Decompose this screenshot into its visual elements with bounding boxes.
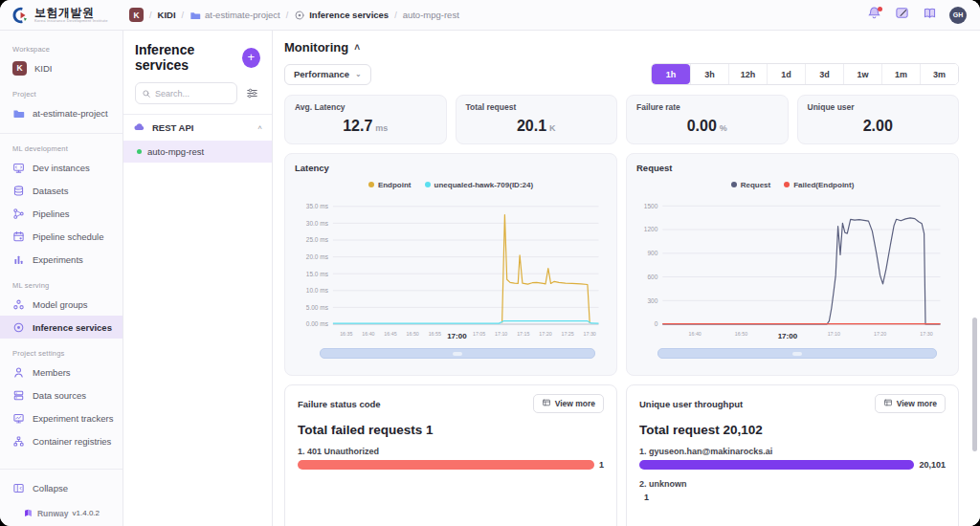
metric-card-avg-latency: Avg. Latency12.7ms [284, 95, 447, 144]
range-1d-button[interactable]: 1d [767, 64, 805, 84]
svg-text:20.0 ms: 20.0 ms [306, 253, 329, 260]
svg-text:17:10: 17:10 [495, 331, 507, 337]
legend-dot [731, 182, 737, 187]
chevron-down-icon: ⌄ [355, 70, 362, 78]
legend-item[interactable]: Request [731, 179, 771, 190]
sidebar-item-data-sources[interactable]: Data sources [0, 384, 122, 406]
brand-version: v1.4.0.2 [73, 509, 100, 517]
legend-dot [368, 182, 374, 187]
svg-text:17:20: 17:20 [539, 331, 551, 337]
collapse-button[interactable]: Collapse [0, 476, 122, 499]
sidebar-item-dev-instances[interactable]: Dev instances [0, 156, 122, 179]
notifications-bell-icon[interactable] [866, 8, 881, 23]
sidebar-item-datasets[interactable]: Datasets [0, 179, 122, 202]
status-dot [137, 149, 142, 154]
group-rest-api[interactable]: REST API ˄ [123, 115, 272, 141]
registry-icon [12, 435, 25, 448]
range-3d-button[interactable]: 3d [805, 64, 843, 84]
svg-text:600: 600 [647, 274, 657, 280]
user-avatar[interactable]: GH [949, 7, 967, 24]
performance-dropdown[interactable]: Performance ⌄ [284, 64, 371, 85]
experiments-icon [12, 253, 25, 266]
bar-item: 2. unknown1 [639, 479, 946, 502]
breadcrumb-item[interactable]: K [129, 8, 144, 22]
range-3h-button[interactable]: 3h [690, 64, 728, 84]
range-3m-button[interactable]: 3m [920, 64, 958, 84]
service-item-auto-mpg-rest[interactable]: auto-mpg-rest [123, 141, 272, 163]
workspace-avatar: K [12, 61, 27, 76]
unique-user-view-more-button[interactable]: View more [875, 394, 946, 413]
request-line-chart: 03006009001200150016:4016:5017:0017:1017… [636, 192, 948, 343]
divider [0, 133, 122, 134]
sidebar-item-experiment-trackers[interactable]: Experiment trackers [0, 406, 122, 429]
range-12h-button[interactable]: 12h [728, 64, 767, 84]
sidebar-item-experiments[interactable]: Experiments [0, 248, 122, 271]
svg-text:17:30: 17:30 [584, 331, 596, 337]
sidebar-item-members[interactable]: Members [0, 361, 122, 384]
breadcrumb: K/KIDI/at-estimate-project/Inference ser… [123, 8, 866, 22]
svg-text:10.0 ms: 10.0 ms [306, 287, 329, 294]
main-scrollbar[interactable] [972, 31, 977, 526]
sidebar-section-label: ML serving [12, 281, 122, 290]
monitoring-collapse-chevron-icon[interactable]: ˄ [354, 42, 360, 53]
sidebar-item-container-registries[interactable]: Container registries [0, 429, 122, 452]
monitoring-title: Monitoring [284, 40, 348, 55]
svg-text:300: 300 [647, 297, 657, 304]
search-input[interactable] [155, 89, 231, 99]
failure-total: Total failed requests 1 [298, 423, 604, 437]
sidebar-item-kidi[interactable]: KKIDI [0, 56, 122, 79]
tracker-icon [12, 412, 25, 425]
breadcrumb-avatar: K [129, 8, 144, 22]
legend-item[interactable]: Failed(Endpoint) [784, 179, 854, 190]
svg-text:17:20: 17:20 [874, 331, 886, 337]
search-icon [142, 85, 151, 102]
bar-value: 20,101 [919, 460, 946, 470]
bar-fill [639, 460, 914, 470]
logo-mark-icon [12, 7, 30, 24]
svg-text:0: 0 [655, 320, 658, 327]
svg-text:17:25: 17:25 [561, 331, 573, 337]
legend-item[interactable]: unequaled-hawk-709(ID:24) [425, 179, 534, 190]
metric-card-failure-rate: Failure rate0.00% [626, 95, 789, 144]
range-1w-button[interactable]: 1w [843, 64, 881, 84]
sidebar-item-model-groups[interactable]: Model groups [0, 293, 122, 316]
metric-unit: ms [375, 123, 388, 133]
legend-item[interactable]: Endpoint [368, 179, 412, 190]
legend-dot [784, 182, 790, 187]
monitor-icon [12, 162, 25, 174]
folder-icon [12, 107, 25, 120]
latency-chart-title: Latency [295, 163, 607, 173]
unique-user-card: Unique user throughput View more Total r… [626, 384, 959, 526]
latency-range-scrollbar[interactable] [320, 348, 595, 359]
request-legend: RequestFailed(Endpoint) [636, 179, 948, 190]
sidebar-item-pipeline-schedule[interactable]: Pipeline schedule [0, 225, 122, 248]
breadcrumb-item[interactable]: at-estimate-project [189, 10, 280, 21]
sidebar-item-at-estimate-project[interactable]: at-estimate-project [0, 101, 122, 124]
runway-logo-icon [23, 508, 33, 518]
scrollbar-thumb[interactable] [972, 318, 977, 451]
request-chart-title: Request [636, 163, 948, 173]
add-inference-service-button[interactable]: + [242, 48, 260, 68]
filter-button[interactable] [245, 86, 260, 101]
feedback-compose-icon[interactable] [894, 8, 909, 23]
breadcrumb-item[interactable]: Inference services [294, 10, 389, 21]
svg-text:5.00 ms: 5.00 ms [306, 304, 329, 311]
svg-text:16:40: 16:40 [689, 331, 702, 337]
sidebar-item-inference-services[interactable]: Inference services [0, 316, 122, 339]
request-range-scrollbar[interactable] [657, 348, 937, 359]
breadcrumb-item[interactable]: auto-mpg-rest [403, 10, 459, 20]
range-1h-button[interactable]: 1h [652, 64, 690, 84]
sidebar-section-label: Project settings [12, 349, 122, 358]
schedule-icon [12, 230, 25, 243]
brand-logo[interactable]: 보험개발원 Korea Insurance Development Instit… [0, 7, 123, 24]
svg-text:16:40: 16:40 [362, 331, 374, 337]
failure-view-more-button[interactable]: View more [533, 394, 604, 413]
breadcrumb-item[interactable]: KIDI [158, 10, 176, 20]
failure-status-title: Failure status code [298, 399, 381, 409]
breadcrumb-separator: / [149, 11, 152, 20]
search-box [135, 82, 237, 104]
range-1m-button[interactable]: 1m [881, 64, 920, 84]
docs-book-icon[interactable] [922, 8, 937, 23]
sidebar-item-pipelines[interactable]: Pipelines [0, 202, 122, 225]
svg-text:16:50: 16:50 [407, 331, 419, 337]
